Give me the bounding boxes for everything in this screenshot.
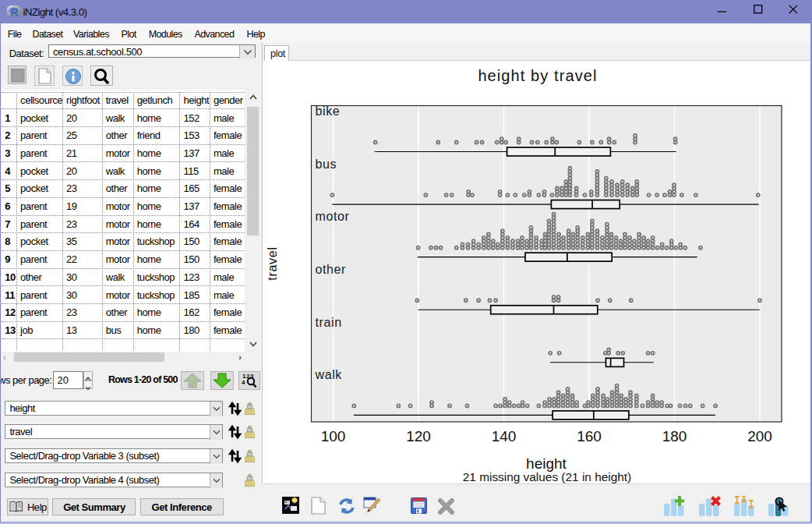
- svg-text:height: height: [526, 455, 567, 472]
- svg-text:100: 100: [321, 428, 346, 444]
- svg-text:120: 120: [406, 428, 431, 444]
- svg-text:200: 200: [747, 428, 772, 444]
- svg-text:140: 140: [492, 428, 517, 444]
- svg-text:walk: walk: [315, 368, 343, 381]
- svg-text:R: R: [11, 7, 19, 18]
- svg-text:other: other: [316, 263, 347, 276]
- svg-text:train: train: [316, 316, 342, 329]
- svg-text:height by travel: height by travel: [478, 67, 597, 84]
- svg-text:travel: travel: [266, 246, 279, 280]
- svg-text:motor: motor: [316, 210, 350, 223]
- svg-text:21 missing values (21 in heigh: 21 missing values (21 in height): [463, 470, 631, 483]
- svg-text:bike: bike: [316, 104, 341, 118]
- svg-text:bus: bus: [316, 158, 337, 171]
- svg-text:160: 160: [577, 428, 602, 444]
- svg-text:180: 180: [662, 428, 687, 444]
